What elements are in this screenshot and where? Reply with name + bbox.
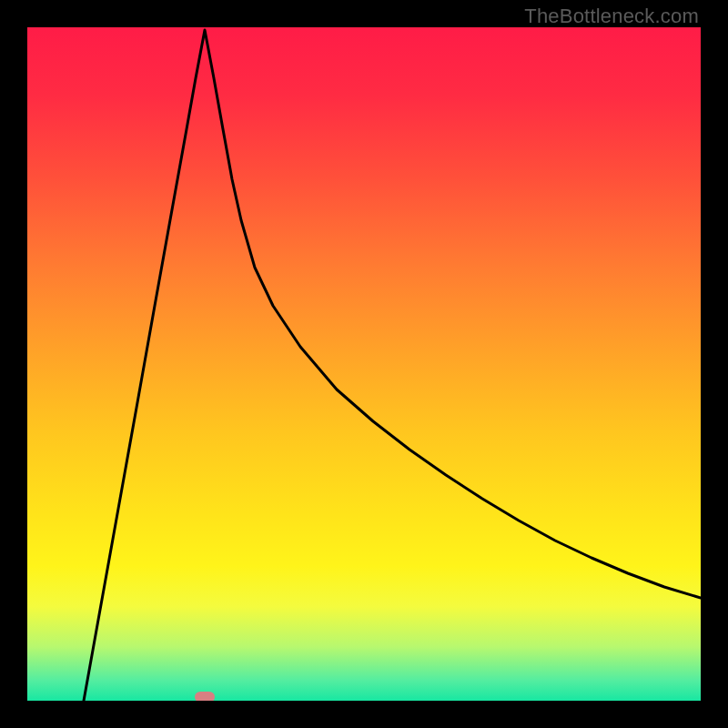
chart-frame: TheBottleneck.com bbox=[0, 0, 728, 728]
plot-area bbox=[27, 27, 701, 701]
bottleneck-curve bbox=[27, 27, 701, 701]
watermark-text: TheBottleneck.com bbox=[524, 5, 699, 28]
optimal-marker bbox=[195, 692, 215, 701]
